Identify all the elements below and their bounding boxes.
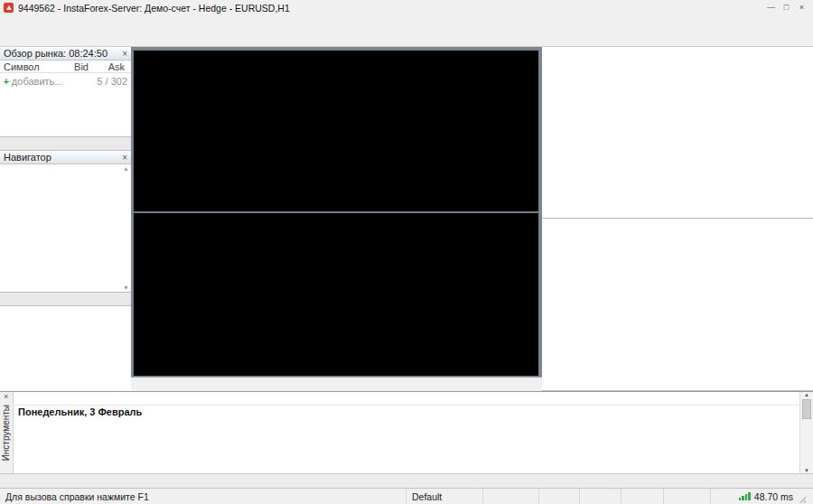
- toolbox-tab-bar: [0, 473, 813, 488]
- resize-grip[interactable]: [797, 494, 806, 503]
- market-depth-column: [542, 47, 813, 391]
- toolbox-side-strip: × Инструменты: [0, 392, 14, 473]
- calendar-scrollbar[interactable]: ▲ ▼: [799, 392, 813, 473]
- chart-window-tabs: [131, 377, 542, 391]
- scroll-up-icon[interactable]: ▲: [800, 392, 813, 397]
- scroll-down-icon[interactable]: ▼: [123, 285, 129, 291]
- navigator-title: Навигатор: [4, 152, 51, 163]
- add-symbol-label: добавить...: [12, 76, 63, 87]
- navigator-close-icon[interactable]: ×: [122, 153, 127, 163]
- window-title: 9449562 - InstaForex-Server: Демо-счет -…: [18, 3, 290, 14]
- col-ask: Ask: [92, 61, 128, 72]
- chart-workspace: [131, 47, 542, 391]
- mt5-terminal: 9449562 - InstaForex-Server: Демо-счет -…: [0, 0, 813, 504]
- minimize-icon[interactable]: —: [763, 1, 779, 14]
- window-titlebar: 9449562 - InstaForex-Server: Демо-счет -…: [0, 0, 813, 15]
- app-logo-icon: [4, 3, 14, 13]
- calendar-table: Понедельник, 3 Февраль: [14, 392, 799, 473]
- market-watch-tabs: [0, 136, 131, 151]
- market-watch-header: Обзор рынка: 08:24:50 ×: [0, 47, 131, 61]
- add-icon: +: [4, 77, 9, 87]
- col-symbol: Символ: [0, 61, 56, 72]
- chart-window-gbpusd: [133, 212, 539, 377]
- scroll-thumb[interactable]: [802, 399, 811, 419]
- status-bar: Для вызова справки нажмите F1 Default 48…: [0, 488, 813, 504]
- market-watch-close-icon[interactable]: ×: [122, 49, 127, 59]
- status-profile[interactable]: Default: [406, 489, 483, 504]
- market-depth-panel-gbpusd: [542, 219, 813, 391]
- toolbox-vertical-tab[interactable]: Инструменты: [1, 405, 11, 461]
- calendar-columns: [14, 392, 799, 406]
- navigator-header: Навигатор ×: [0, 151, 131, 164]
- status-latency[interactable]: 48.70 ms: [754, 491, 793, 502]
- maximize-icon[interactable]: □: [779, 1, 794, 14]
- col-bid: Bid: [56, 61, 92, 72]
- symbols-count: 5 / 302: [97, 76, 127, 87]
- toolbox-panel: × Инструменты Понедельник, 3 Февраль ▲ ▼: [0, 391, 813, 473]
- connection-signal-icon: [739, 492, 751, 500]
- menu-bar: [0, 15, 813, 27]
- market-watch-add-row[interactable]: + добавить... 5 / 302: [0, 73, 131, 89]
- toolbox-close-icon[interactable]: ×: [4, 392, 8, 401]
- navigator-tree: ▲ ▼: [0, 164, 131, 292]
- close-icon[interactable]: ×: [794, 1, 809, 14]
- left-panel: Обзор рынка: 08:24:50 × Символ Bid Ask +…: [0, 47, 131, 391]
- market-depth-panel-eurusd: [542, 47, 813, 219]
- status-help: Для вызова справки нажмите F1: [0, 489, 406, 504]
- chart-window-eurusd: [133, 50, 539, 212]
- main-toolbar: [0, 27, 813, 47]
- market-watch-columns: Символ Bid Ask: [0, 61, 131, 73]
- navigator-tabs: [0, 292, 131, 306]
- market-watch-title: Обзор рынка: 08:24:50: [4, 48, 107, 59]
- scroll-up-icon[interactable]: ▲: [123, 165, 129, 172]
- calendar-day-header: Понедельник, 3 Февраль: [14, 406, 799, 417]
